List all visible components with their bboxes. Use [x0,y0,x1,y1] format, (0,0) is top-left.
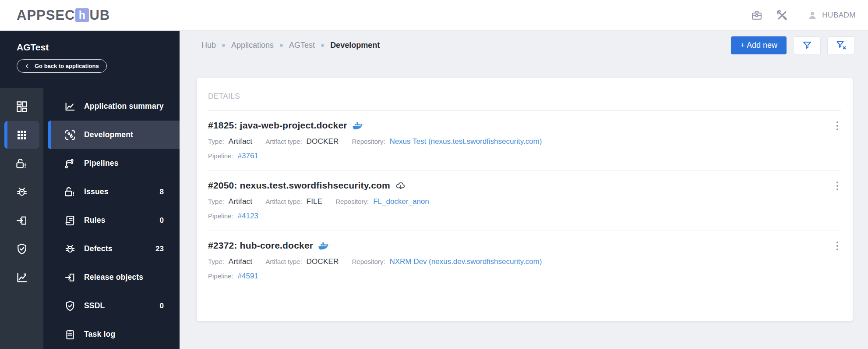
toolbar: Hub Applications AGTest Development + Ad… [180,31,868,60]
filter-icon [802,40,812,50]
breadcrumb: Hub Applications AGTest Development [201,41,380,50]
type-value: Artifact [229,137,253,146]
docker-icon [353,121,364,130]
filter-button[interactable] [793,36,821,54]
filter-clear-icon [836,39,847,51]
rail-item-analytics[interactable] [0,263,43,292]
rules-count-badge: 0 [160,216,164,225]
exit-icon [64,271,77,284]
pipeline-link[interactable]: #4591 [238,272,258,281]
logo-text-left: APPSEC [17,7,75,23]
bug-icon [15,185,28,199]
row-menu-button[interactable] [831,118,844,134]
sidebar-item-label: Release objects [84,273,143,282]
repository-label: Repository: [352,138,385,145]
pipeline-link[interactable]: #3761 [238,152,258,160]
sidebar-item-task-log[interactable]: Task log [43,320,180,349]
sidebar-item-label: Application summary [84,102,164,111]
pipeline-label: Pipeline: [208,212,233,220]
repository-link[interactable]: FL_docker_anon [373,197,429,206]
rail-item-issues[interactable] [0,149,43,178]
sidebar: AGTest Go back to applications [0,31,180,349]
type-label: Type: [208,198,224,205]
scroll-icon [64,214,77,227]
pipeline-label: Pipeline: [208,152,233,160]
main-content: Hub Applications AGTest Development + Ad… [180,31,868,349]
sidebar-item-label: Development [84,130,133,139]
go-back-button[interactable]: Go back to applications [17,59,107,73]
repository-link[interactable]: NXRM Dev (nexus.dev.swordfishsecurity.co… [389,257,542,266]
breadcrumb-agtest[interactable]: AGTest [289,41,315,50]
lock-alert-icon [15,157,28,170]
apps-grid-icon [16,129,28,141]
appsechub-logo: APPSEC h UB [17,7,110,23]
sidebar-item-application-summary[interactable]: Application summary [43,92,180,121]
breadcrumb-separator-dot [280,44,283,47]
type-label: Type: [208,258,224,265]
cloud-download-icon [395,180,406,191]
repository-link[interactable]: Nexus Test (nexus.test.swordfishsecurity… [389,137,542,146]
top-bar: APPSEC h UB HUBADM [0,0,868,31]
sidebar-item-pipelines[interactable]: Pipelines [43,149,180,178]
development-icon [64,128,77,142]
breadcrumb-hub[interactable]: Hub [201,41,216,50]
application-header: AGTest Go back to applications [0,31,180,88]
tools-icon[interactable] [775,8,790,23]
briefcase-icon[interactable] [749,8,764,23]
add-new-button[interactable]: + Add new [731,36,787,54]
pipelines-branch-icon [64,157,77,170]
username: HUBADM [822,11,856,20]
docker-icon [318,242,330,250]
artifact-title: #1825: java-web-project.docker [208,120,347,131]
sidebar-item-label: Issues [84,187,109,196]
logo-h-tile: h [75,8,89,22]
rail-item-ssdl[interactable] [0,235,43,263]
pipeline-link[interactable]: #4123 [238,212,258,221]
artifact-title: #2372: hub-core.docker [208,240,313,251]
user-menu[interactable]: HUBADM [807,10,856,21]
breadcrumb-current: Development [330,41,380,50]
clear-filter-button[interactable] [827,36,855,54]
shield-check-icon [15,242,28,256]
rail-item-defects[interactable] [0,178,43,206]
sidebar-item-issues[interactable]: Issues 8 [43,178,180,206]
go-back-label: Go back to applications [35,63,99,69]
panel-title: DETAILS [208,78,841,111]
sidebar-item-ssdl[interactable]: SSDL 0 [43,292,180,320]
type-value: Artifact [229,257,253,266]
artifact-type-label: Artifact type: [265,138,302,145]
rail-item-applications[interactable] [0,121,43,149]
task-log-icon [64,328,77,341]
type-label: Type: [208,138,224,145]
bug-icon [64,242,77,256]
artifact-row: #2050: nexus.test.swordfishsecurity.com … [208,171,841,231]
sidebar-item-release-objects[interactable]: Release objects [43,263,180,292]
artifact-type-label: Artifact type: [265,198,302,205]
sidebar-nav: Application summary Development [43,88,180,349]
application-name: AGTest [17,42,180,53]
sidebar-item-label: Task log [84,330,115,339]
artifact-row: #2372: hub-core.docker Type:Artifact Art… [208,231,841,291]
row-menu-button[interactable] [831,238,844,254]
breadcrumb-applications[interactable]: Applications [231,41,274,50]
chart-icon [15,271,28,284]
artifact-type-value: DOCKER [307,257,339,266]
rail-item-release-objects[interactable] [0,206,43,235]
repository-label: Repository: [335,198,369,205]
sidebar-item-development[interactable]: Development [48,121,180,149]
row-menu-button[interactable] [831,178,844,194]
sidebar-item-rules[interactable]: Rules 0 [43,206,180,235]
sidebar-item-label: Defects [84,244,113,253]
artifact-type-label: Artifact type: [265,258,302,265]
issues-count-badge: 8 [160,188,164,196]
pipeline-label: Pipeline: [208,272,233,280]
sidebar-item-label: SSDL [84,301,105,310]
sidebar-item-defects[interactable]: Defects 23 [43,235,180,263]
repository-label: Repository: [352,258,385,265]
rail-item-dashboard[interactable] [0,92,43,121]
ssdl-count-badge: 0 [160,302,164,310]
exit-icon [15,214,28,227]
breadcrumb-separator-dot [321,44,324,47]
user-icon [807,10,818,21]
type-value: Artifact [229,197,253,206]
